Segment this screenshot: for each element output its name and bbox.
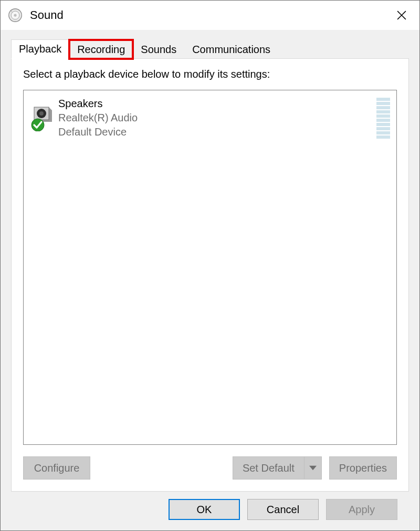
tab-label: Communications	[192, 44, 270, 55]
properties-button[interactable]: Properties	[329, 456, 397, 480]
button-label: Set Default	[243, 462, 295, 474]
level-meter	[376, 98, 390, 139]
titlebar: Sound	[1, 1, 419, 30]
device-text: Speakers Realtek(R) Audio Default Device	[58, 97, 371, 139]
configure-button[interactable]: Configure	[23, 456, 90, 480]
button-label: Cancel	[267, 504, 299, 516]
button-label: OK	[197, 504, 212, 516]
tab-communications[interactable]: Communications	[184, 40, 278, 59]
tab-sounds[interactable]: Sounds	[133, 40, 184, 59]
set-default-button[interactable]: Set Default	[233, 456, 304, 480]
tab-recording[interactable]: Recording	[69, 40, 133, 59]
cancel-button[interactable]: Cancel	[247, 499, 319, 520]
device-item-speakers[interactable]: Speakers Realtek(R) Audio Default Device	[29, 95, 391, 141]
close-icon	[397, 11, 406, 20]
sound-dialog: Sound Playback Recording Sounds Communic…	[0, 0, 420, 531]
device-list[interactable]: Speakers Realtek(R) Audio Default Device	[23, 90, 397, 445]
close-button[interactable]	[386, 1, 417, 30]
tab-strip: Playback Recording Sounds Communications	[11, 36, 409, 58]
window-title: Sound	[30, 8, 386, 22]
device-driver: Realtek(R) Audio	[58, 111, 371, 125]
svg-point-6	[39, 111, 44, 116]
tab-playback[interactable]: Playback	[11, 39, 69, 59]
client-area: Playback Recording Sounds Communications…	[1, 30, 419, 530]
svg-marker-8	[309, 466, 317, 470]
chevron-down-icon	[309, 464, 317, 472]
spacer	[98, 456, 225, 480]
dialog-button-row: OK Cancel Apply	[11, 492, 409, 530]
set-default-split-button: Set Default	[233, 456, 322, 480]
tab-label: Playback	[19, 43, 61, 55]
button-label: Apply	[349, 504, 375, 516]
speaker-icon	[30, 106, 55, 134]
device-name: Speakers	[58, 97, 371, 111]
button-label: Configure	[34, 462, 80, 474]
sound-icon	[8, 8, 23, 23]
device-status: Default Device	[58, 125, 371, 139]
instruction-text: Select a playback device below to modify…	[23, 68, 397, 80]
svg-point-2	[14, 14, 16, 16]
tab-label: Recording	[77, 44, 125, 55]
panel-button-row: Configure Set Default Properties	[23, 456, 397, 480]
tab-panel-playback: Select a playback device below to modify…	[11, 58, 409, 492]
button-label: Properties	[339, 462, 387, 474]
apply-button[interactable]: Apply	[326, 499, 397, 520]
ok-button[interactable]: OK	[169, 499, 240, 520]
set-default-dropdown[interactable]	[304, 456, 322, 480]
tab-label: Sounds	[141, 44, 176, 55]
